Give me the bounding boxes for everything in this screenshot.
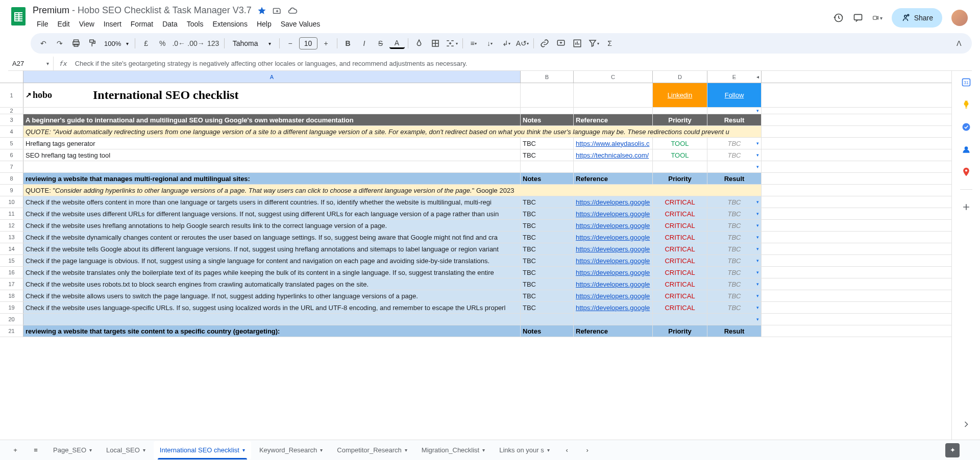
merge-icon[interactable]: ▾ <box>444 36 459 51</box>
text-color-icon[interactable]: A <box>389 38 405 49</box>
row-header[interactable]: 2 <box>0 108 23 114</box>
cell[interactable]: Reference <box>574 173 653 184</box>
cell[interactable]: Check if the website allows users to swi… <box>23 290 521 301</box>
col-header-d[interactable]: D <box>653 71 707 83</box>
cell[interactable]: TOOL <box>653 149 707 161</box>
insert-chart-icon[interactable] <box>570 36 585 51</box>
cell[interactable]: TBC <box>707 255 762 266</box>
bold-icon[interactable]: B <box>340 36 356 51</box>
hide-panel-icon[interactable] <box>961 419 971 429</box>
decrease-decimal-icon[interactable]: .0← <box>171 36 186 51</box>
sheet-tab[interactable]: Migration_Checklist▾ <box>415 441 491 459</box>
share-button[interactable]: Share <box>892 8 942 28</box>
cell[interactable]: TBC <box>521 208 574 219</box>
cell[interactable]: TBC <box>521 243 574 254</box>
sheet-tab[interactable]: Local_SEO▾ <box>100 441 152 459</box>
cell-link[interactable]: https://developers.google <box>574 196 653 208</box>
cell[interactable]: Check if the website uses robots.txt to … <box>23 278 521 290</box>
cell[interactable]: Follow <box>707 83 762 107</box>
cell[interactable]: TBC <box>707 278 762 290</box>
star-icon[interactable] <box>257 6 267 16</box>
cell[interactable]: CRITICAL <box>653 302 707 313</box>
cell[interactable]: TBC <box>521 220 574 231</box>
cell[interactable]: CRITICAL <box>653 220 707 231</box>
sheet-tab[interactable]: Page_SEO▾ <box>47 441 98 459</box>
cell[interactable]: TBC <box>707 208 762 219</box>
cell-link[interactable]: https://developers.google <box>574 278 653 290</box>
add-sheet-icon[interactable]: + <box>6 441 24 459</box>
cell[interactable]: TOOL <box>653 138 707 149</box>
cell[interactable]: Priority <box>653 114 707 125</box>
wrap-icon[interactable]: ↲▾ <box>499 36 514 51</box>
cell[interactable]: Check if the website offers content in m… <box>23 196 521 208</box>
insert-comment-icon[interactable] <box>553 36 569 51</box>
cell-link[interactable]: https://developers.google <box>574 267 653 278</box>
sheet-tab[interactable]: Keyword_Research▾ <box>253 441 329 459</box>
cell[interactable]: QUOTE: "Consider adding hyperlinks to ot… <box>23 185 762 196</box>
cell[interactable]: Check if the website dynamically changes… <box>23 232 521 243</box>
doc-title[interactable]: Premium - Hobo SEO Checklist & Task Mana… <box>33 5 252 16</box>
row-header[interactable]: 14 <box>0 243 23 254</box>
row-header[interactable]: 11 <box>0 208 23 219</box>
menu-help[interactable]: Help <box>253 18 276 30</box>
cell[interactable]: TBC <box>521 290 574 301</box>
menu-insert[interactable]: Insert <box>100 18 126 30</box>
cell[interactable]: SEO hreflang tag testing tool <box>23 149 521 161</box>
menu-file[interactable]: File <box>33 18 53 30</box>
cell[interactable]: Priority <box>653 173 707 184</box>
cell[interactable]: CRITICAL <box>653 243 707 254</box>
cell[interactable]: Reference <box>574 325 653 337</box>
row-header[interactable]: 17 <box>0 278 23 290</box>
cell[interactable]: TBC <box>521 302 574 313</box>
cell[interactable]: CRITICAL <box>653 267 707 278</box>
tasks-icon[interactable] <box>961 122 971 132</box>
number-format[interactable]: 123 <box>206 36 221 51</box>
cell[interactable]: Reference <box>574 114 653 125</box>
avatar[interactable] <box>951 10 968 26</box>
row-header[interactable]: 16 <box>0 267 23 278</box>
comment-icon[interactable] <box>853 13 863 23</box>
cell[interactable] <box>23 108 521 114</box>
calendar-icon[interactable]: 31 <box>961 77 971 87</box>
menu-format[interactable]: Format <box>127 18 157 30</box>
col-header-c[interactable]: C <box>574 71 653 83</box>
cell[interactable]: Notes <box>521 114 574 125</box>
explore-button[interactable]: ✦ <box>945 443 960 457</box>
cell[interactable]: Result <box>707 325 762 337</box>
row-header[interactable]: 18 <box>0 290 23 301</box>
row-header[interactable]: 9 <box>0 185 23 196</box>
maps-icon[interactable] <box>961 167 971 177</box>
italic-icon[interactable]: I <box>357 36 372 51</box>
link-icon[interactable] <box>537 36 552 51</box>
cell[interactable]: TBC <box>521 255 574 266</box>
row-header[interactable]: 13 <box>0 232 23 243</box>
row-header[interactable]: 10 <box>0 196 23 208</box>
row-header[interactable]: 20 <box>0 314 23 325</box>
contacts-icon[interactable] <box>961 144 971 155</box>
cell[interactable]: TBC <box>707 138 762 149</box>
strike-icon[interactable]: S <box>373 36 388 51</box>
row-header[interactable]: 3 <box>0 114 23 125</box>
collapse-toolbar-icon[interactable]: ᐱ <box>951 36 967 51</box>
menu-save-values[interactable]: Save Values <box>277 18 325 30</box>
cell-link[interactable]: https://developers.google <box>574 208 653 219</box>
paintformat-icon[interactable] <box>85 36 100 51</box>
cell[interactable]: Linkedin <box>653 83 707 107</box>
undo-icon[interactable]: ↶ <box>36 36 51 51</box>
cell[interactable]: CRITICAL <box>653 196 707 208</box>
cell[interactable]: TBC <box>521 267 574 278</box>
cell-link[interactable]: https://developers.google <box>574 255 653 266</box>
cell[interactable]: Check if the website uses different URLs… <box>23 208 521 219</box>
menu-extensions[interactable]: Extensions <box>208 18 251 30</box>
cell[interactable]: Check if the website translates only the… <box>23 267 521 278</box>
filter-icon[interactable]: ▾ <box>586 36 601 51</box>
cell[interactable]: Hreflang tags generator <box>23 138 521 149</box>
name-box[interactable]: A27▾ <box>8 60 53 67</box>
cell[interactable]: TBC <box>707 232 762 243</box>
cell-link[interactable]: https://developers.google <box>574 290 653 301</box>
cell[interactable] <box>574 83 653 107</box>
fill-color-icon[interactable] <box>411 36 427 51</box>
row-header[interactable]: 8 <box>0 173 23 184</box>
cell[interactable]: Notes <box>521 325 574 337</box>
cell[interactable]: TBC <box>707 290 762 301</box>
